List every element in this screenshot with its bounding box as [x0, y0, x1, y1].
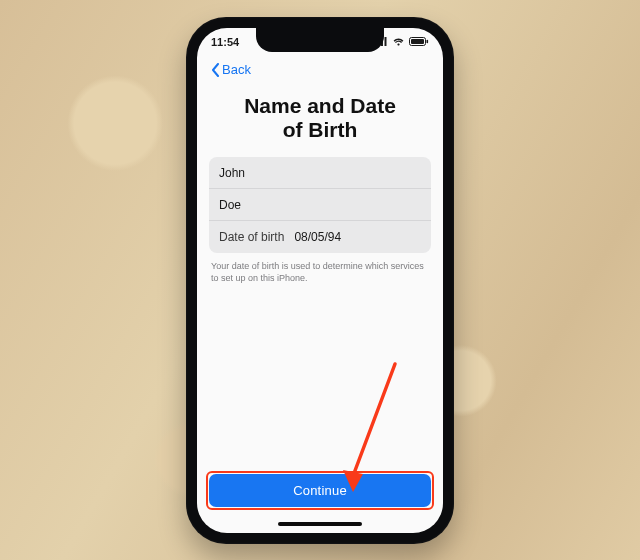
wifi-icon — [392, 37, 405, 46]
content-spacer — [209, 284, 431, 473]
phone-screen: 11:54 — [197, 28, 443, 533]
continue-button[interactable]: Continue — [209, 474, 431, 507]
dob-field[interactable]: Date of birth 08/05/94 — [209, 221, 431, 253]
continue-wrap: Continue — [209, 474, 431, 507]
setup-content: Name and Date of Birth John Doe Date of … — [197, 84, 443, 519]
title-line1: Name and Date — [244, 94, 396, 117]
chevron-left-icon — [211, 63, 220, 77]
helper-text: Your date of birth is used to determine … — [211, 260, 429, 284]
title-line2: of Birth — [283, 118, 358, 141]
last-name-value: Doe — [219, 198, 241, 212]
phone-frame: 11:54 — [186, 17, 454, 544]
home-indicator-area — [197, 519, 443, 533]
dob-value: 08/05/94 — [294, 230, 341, 244]
dob-label: Date of birth — [219, 230, 284, 244]
first-name-field[interactable]: John — [209, 157, 431, 189]
notch — [256, 28, 384, 52]
svg-rect-3 — [385, 37, 387, 46]
svg-rect-5 — [411, 39, 424, 44]
form-fields: John Doe Date of birth 08/05/94 — [209, 157, 431, 253]
status-time: 11:54 — [211, 36, 239, 48]
back-label: Back — [222, 62, 251, 77]
battery-icon — [409, 37, 429, 46]
svg-rect-6 — [427, 40, 429, 44]
home-indicator[interactable] — [278, 522, 362, 526]
nav-bar: Back — [197, 56, 443, 84]
last-name-field[interactable]: Doe — [209, 189, 431, 221]
page-title: Name and Date of Birth — [209, 94, 431, 144]
back-button[interactable]: Back — [207, 60, 255, 79]
first-name-value: John — [219, 166, 245, 180]
